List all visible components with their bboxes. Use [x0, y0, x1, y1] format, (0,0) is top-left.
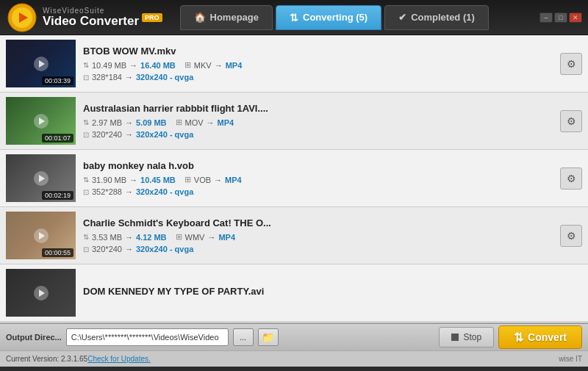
video-meta-size: ⇅ 3.53 MB → 4.12 MB ⊞ WMV → MP4 [83, 232, 560, 242]
settings-button[interactable]: ⚙ [560, 53, 582, 75]
res-from: 352*288 [92, 187, 122, 196]
video-item: 00:03:39 BTOB WOW MV.mkv ⇅ 10.49 MB → 16… [0, 35, 588, 93]
dots-button[interactable]: ... [233, 328, 254, 346]
video-info: DOM KENNEDY MY TYPE OF PARTY.avi [83, 286, 582, 300]
res-from: 320*240 [92, 130, 122, 139]
play-button [34, 57, 49, 71]
size-icon: ⇅ [83, 176, 89, 184]
size-from: 3.53 MB [92, 233, 122, 242]
title-bar: WiseVideoSuite Video ConverterPRO 🏠 Home… [0, 0, 588, 35]
res-to: 320x240 - qvga [136, 245, 193, 253]
size-to: 5.09 MB [136, 118, 167, 127]
convert-icon: ⇅ [290, 12, 298, 24]
video-title: DOM KENNEDY MY TYPE OF PARTY.avi [83, 286, 582, 297]
size-to: 16.40 MB [140, 61, 176, 70]
output-path-input[interactable] [66, 328, 229, 346]
size-icon: ⇅ [83, 233, 89, 241]
stop-label: Stop [463, 332, 481, 342]
format-from: WMV [185, 233, 205, 242]
duration-badge: 00:02:19 [42, 191, 74, 200]
format-to: MP4 [218, 233, 235, 242]
format-from: MOV [185, 118, 204, 127]
res-from: 328*184 [92, 73, 122, 82]
settings-button[interactable]: ⚙ [560, 225, 582, 247]
video-meta-size: ⇅ 10.49 MB → 16.40 MB ⊞ MKV → MP4 [83, 60, 560, 70]
format-from: MKV [194, 61, 212, 70]
res-icon: ⊡ [83, 245, 89, 253]
video-info: baby monkey nala h.vob ⇅ 31.90 MB → 10.4… [83, 160, 560, 196]
size-from: 31.90 MB [92, 176, 126, 184]
res-icon: ⊡ [83, 131, 89, 139]
stop-button[interactable]: Stop [439, 327, 494, 347]
folder-icon: 📁 [262, 331, 274, 343]
nav-tabs: 🏠 Homepage ⇅ Converting (5) ✔ Completed … [180, 5, 539, 30]
format-to: MP4 [225, 176, 242, 184]
tab-homepage-label: Homepage [210, 12, 259, 23]
size-from: 10.49 MB [92, 61, 126, 70]
size-from: 2.97 MB [92, 118, 122, 127]
tab-completed-label: Completed (1) [411, 12, 475, 23]
res-icon: ⊡ [83, 188, 89, 196]
settings-button[interactable]: ⚙ [560, 110, 582, 132]
video-meta-size: ⇅ 2.97 MB → 5.09 MB ⊞ MOV → MP4 [83, 118, 560, 127]
thumbnail: 00:00:55 [6, 212, 76, 259]
tab-converting[interactable]: ⇅ Converting (5) [276, 5, 381, 30]
thumbnail: 00:02:19 [6, 154, 76, 202]
size-to: 4.12 MB [136, 233, 167, 242]
video-title: Australasian harrier rabbbit flight 1AVI… [83, 103, 560, 114]
video-info: BTOB WOW MV.mkv ⇅ 10.49 MB → 16.40 MB ⊞ … [83, 46, 560, 82]
bottom-bar: Output Direc... ... 📁 Stop ⇅ Convert [0, 323, 588, 350]
version-text: Current Version: 2.3.1.65 [6, 355, 87, 363]
app-name-line2: Video ConverterPRO [43, 15, 162, 29]
format-from: VOB [194, 176, 211, 184]
app-logo [6, 1, 38, 34]
update-link[interactable]: Check for Updates. [87, 355, 151, 363]
convert-button[interactable]: ⇅ Convert [498, 325, 582, 349]
settings-button[interactable]: ⚙ [560, 168, 582, 190]
pro-badge: PRO [142, 13, 162, 22]
duration-badge: 00:00:55 [42, 248, 74, 257]
video-title: baby monkey nala h.vob [83, 160, 560, 171]
res-from: 320*240 [92, 245, 122, 253]
window-controls: – □ ✕ [539, 12, 582, 23]
folder-button[interactable]: 📁 [258, 328, 279, 346]
video-meta-size: ⇅ 31.90 MB → 10.45 MB ⊞ VOB → MP4 [83, 175, 560, 184]
video-meta-res: ⊡ 328*184 → 320x240 - qvga [83, 73, 560, 82]
maximize-button[interactable]: □ [554, 12, 567, 23]
thumbnail [6, 269, 76, 317]
size-to: 10.45 MB [140, 176, 176, 184]
tab-completed[interactable]: ✔ Completed (1) [384, 5, 489, 30]
minimize-button[interactable]: – [539, 12, 553, 23]
tab-homepage[interactable]: 🏠 Homepage [180, 5, 273, 30]
play-button [34, 114, 49, 129]
convert-arrows-icon: ⇅ [514, 331, 523, 345]
status-bar: Current Version: 2.3.1.65 Check for Upda… [0, 350, 588, 367]
output-label: Output Direc... [6, 333, 62, 342]
home-icon: 🏠 [194, 12, 206, 23]
video-item: 00:02:19 baby monkey nala h.vob ⇅ 31.90 … [0, 150, 588, 207]
video-info: Charlie Schmidt's Keyboard Cat! THE O...… [83, 217, 560, 253]
close-button[interactable]: ✕ [569, 12, 582, 23]
video-meta-res: ⊡ 352*288 → 320x240 - qvga [83, 187, 560, 196]
play-button [34, 171, 49, 186]
duration-badge: 00:03:39 [42, 76, 74, 85]
video-item: 00:00:55 Charlie Schmidt's Keyboard Cat!… [0, 207, 588, 264]
play-button [34, 286, 49, 300]
app-name: WiseVideoSuite Video ConverterPRO [43, 7, 162, 29]
video-item: DOM KENNEDY MY TYPE OF PARTY.avi [0, 264, 588, 322]
duration-badge: 00:01:07 [42, 134, 74, 143]
convert-label: Convert [528, 331, 567, 343]
res-to: 320x240 - qvga [136, 187, 193, 196]
check-icon: ✔ [398, 12, 406, 23]
size-icon: ⇅ [83, 61, 89, 69]
res-to: 320x240 - qvga [136, 73, 193, 82]
play-button [34, 228, 49, 243]
format-to: MP4 [218, 118, 234, 127]
video-title: Charlie Schmidt's Keyboard Cat! THE O... [83, 217, 560, 228]
thumbnail: 00:03:39 [6, 40, 76, 87]
video-list: 00:03:39 BTOB WOW MV.mkv ⇅ 10.49 MB → 16… [0, 35, 588, 323]
video-item: 00:01:07 Australasian harrier rabbbit fl… [0, 93, 588, 150]
stop-square-icon [451, 334, 459, 341]
tab-converting-label: Converting (5) [303, 12, 368, 23]
video-meta-res: ⊡ 320*240 → 320x240 - qvga [83, 130, 560, 139]
